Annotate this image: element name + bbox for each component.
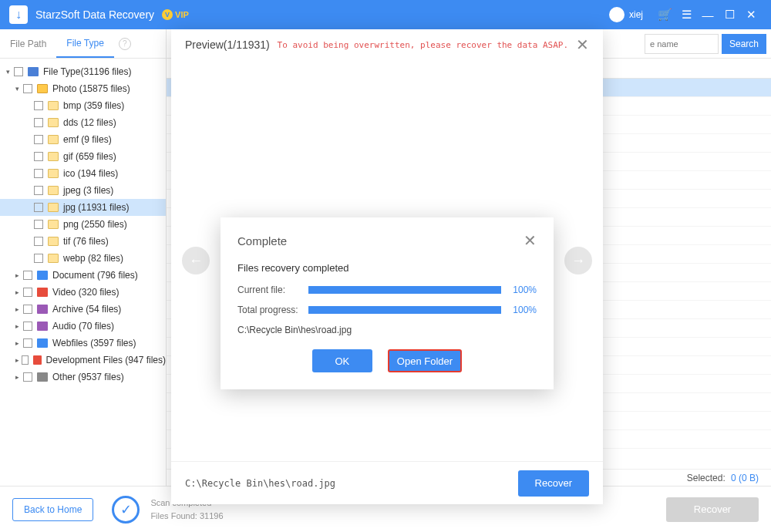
dialog-path: C:\Recycle Bin\hes\road.jpg	[237, 325, 537, 335]
complete-dialog: Complete ✕ Files recovery completed Curr…	[221, 217, 554, 389]
tab-file-path[interactable]: File Path	[0, 29, 56, 58]
tree-fmt-ico[interactable]: ico (194 files)	[0, 165, 166, 182]
tree-other[interactable]: ▸Other (9537 files)	[0, 369, 166, 386]
search-input[interactable]	[645, 34, 719, 54]
maximize-icon[interactable]: ☐	[719, 8, 740, 22]
open-folder-button[interactable]: Open Folder	[388, 349, 462, 372]
preview-next-icon[interactable]: →	[564, 247, 592, 274]
preview-title: Preview(1/11931)	[185, 39, 270, 51]
tree-root[interactable]: ▾File Type(31196 files)	[0, 63, 166, 80]
preview-path: C:\Recycle Bin\hes\road.jpg	[185, 478, 335, 489]
app-logo-icon: ↓	[9, 5, 28, 24]
tree-webfiles[interactable]: ▸Webfiles (3597 files)	[0, 335, 166, 352]
tree-fmt-gif[interactable]: gif (659 files)	[0, 148, 166, 165]
preview-body: ← → Complete ✕ Files recovery completed …	[171, 60, 603, 461]
tree-devfiles[interactable]: ▸Development Files (947 files)	[0, 352, 166, 369]
preview-warning: To avoid being overwritten, please recov…	[270, 40, 576, 50]
avatar-icon[interactable]	[609, 7, 625, 22]
menu-icon[interactable]: ☰	[675, 8, 697, 22]
recover-button-disabled: Recover	[666, 497, 759, 522]
vip-badge[interactable]: V VIP	[162, 9, 189, 20]
titlebar: ↓ StarzSoft Data Recovery V VIP xiej 🛒 ☰…	[0, 0, 771, 29]
minimize-icon[interactable]: —	[697, 8, 719, 22]
tree-fmt-jpg[interactable]: jpg (11931 files)	[0, 199, 166, 216]
tree-fmt-jpeg[interactable]: jpeg (3 files)	[0, 182, 166, 199]
ok-button[interactable]: OK	[312, 349, 372, 372]
tree-video[interactable]: ▸Video (320 files)	[0, 284, 166, 301]
tree-fmt-webp[interactable]: webp (82 files)	[0, 250, 166, 267]
tree-archive[interactable]: ▸Archive (54 files)	[0, 301, 166, 318]
preview-prev-icon[interactable]: ←	[182, 247, 210, 274]
username[interactable]: xiej	[629, 9, 643, 20]
tree-fmt-dds[interactable]: dds (12 files)	[0, 114, 166, 131]
preview-panel: Preview(1/11931) To avoid being overwrit…	[171, 29, 603, 504]
tree-fmt-tif[interactable]: tif (76 files)	[0, 233, 166, 250]
dialog-message: Files recovery completed	[237, 262, 537, 274]
file-tree: ▾File Type(31196 files) ▾Photo (15875 fi…	[0, 59, 166, 486]
dialog-title: Complete	[237, 234, 287, 247]
tree-fmt-png[interactable]: png (2550 files)	[0, 216, 166, 233]
tree-photo[interactable]: ▾Photo (15875 files)	[0, 80, 166, 97]
app-title: StarzSoft Data Recovery	[35, 8, 154, 21]
vip-icon: V	[162, 9, 173, 20]
search-button[interactable]: Search	[722, 34, 766, 54]
tree-document[interactable]: ▸Document (796 files)	[0, 267, 166, 284]
tree-fmt-emf[interactable]: emf (9 files)	[0, 131, 166, 148]
preview-close-icon[interactable]: ✕	[576, 35, 589, 54]
preview-recover-button[interactable]: Recover	[518, 470, 589, 497]
cart-icon[interactable]: 🛒	[654, 8, 675, 22]
sidebar: File Path File Type ? ▾File Type(31196 f…	[0, 29, 167, 486]
tree-fmt-bmp[interactable]: bmp (359 files)	[0, 97, 166, 114]
tab-file-type[interactable]: File Type	[56, 29, 113, 58]
current-file-progress: Current file: 100%	[237, 285, 537, 295]
tree-audio[interactable]: ▸Audio (70 files)	[0, 318, 166, 335]
total-progress: Total progress: 100%	[237, 305, 537, 315]
scan-complete-icon: ✓	[112, 496, 140, 524]
back-to-home-button[interactable]: Back to Home	[12, 498, 93, 521]
close-window-icon[interactable]: ✕	[740, 8, 762, 22]
dialog-close-icon[interactable]: ✕	[524, 231, 537, 250]
help-icon[interactable]: ?	[119, 38, 131, 50]
